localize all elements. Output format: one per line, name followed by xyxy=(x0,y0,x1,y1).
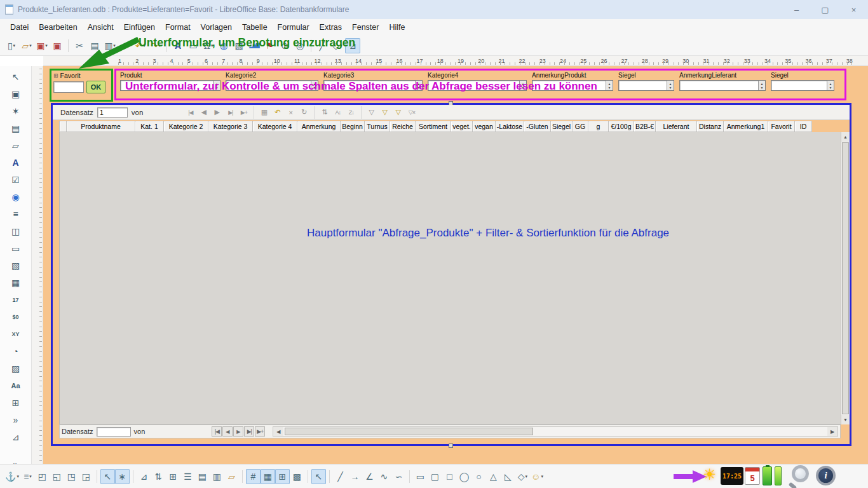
spin-field-value[interactable] xyxy=(324,81,415,90)
close-icon[interactable]: × xyxy=(839,0,868,19)
spin-field[interactable]: ▲▼ xyxy=(323,80,423,91)
spin-field-value[interactable] xyxy=(428,81,519,90)
scroll-right-icon[interactable]: ▶ xyxy=(827,427,837,436)
first-icon[interactable]: |◀ xyxy=(184,106,197,119)
time-field-icon[interactable]: ◔ xyxy=(8,343,24,359)
undo-icon[interactable]: ↶ xyxy=(271,106,284,119)
dropdown-arrow-icon[interactable]: ▾ xyxy=(541,474,543,479)
text-box-icon[interactable]: A xyxy=(8,154,24,170)
insert-image-icon[interactable]: ▧ xyxy=(231,38,247,53)
spinner-buttons-icon[interactable]: ▲▼ xyxy=(827,81,834,90)
form-properties-icon[interactable]: ▤ xyxy=(8,120,24,136)
info-icon[interactable]: i xyxy=(816,466,836,485)
grid-to-front-icon[interactable]: ▩ xyxy=(290,469,304,484)
navigation-bar-icon[interactable]: » xyxy=(8,412,24,428)
open-document-icon[interactable]: ▱▾ xyxy=(19,38,34,53)
magnifier-icon[interactable] xyxy=(788,464,813,488)
save-as-icon[interactable]: ▣ xyxy=(50,38,65,53)
to-foreground-icon[interactable]: ◳ xyxy=(64,469,79,484)
column-header[interactable]: g xyxy=(588,121,609,132)
column-header[interactable]: Kategorie 4 xyxy=(253,121,297,132)
scroll-up-icon[interactable]: ▲ xyxy=(841,132,850,142)
spin-field-value[interactable] xyxy=(619,81,667,90)
new-document-icon[interactable]: ▯▾ xyxy=(4,38,19,53)
square-icon[interactable]: □ xyxy=(442,469,457,484)
column-header[interactable]: Kategorie 2 xyxy=(164,121,208,132)
add-field-icon[interactable]: ⊞ xyxy=(166,469,180,484)
dropdown-arrow-icon[interactable]: ▾ xyxy=(17,474,19,479)
delete-record-icon[interactable]: × xyxy=(284,106,297,119)
bookmark-icon[interactable]: ⚑ xyxy=(262,38,277,53)
calendar-tray-icon[interactable]: 5 xyxy=(745,467,760,485)
scroll-left-icon[interactable]: ◀ xyxy=(273,427,283,436)
sort-asc-icon[interactable]: A↓ xyxy=(331,106,344,119)
select-pointer-icon[interactable]: ↖ xyxy=(311,469,326,484)
insert-chart-icon[interactable]: ▂▅▇ xyxy=(247,38,262,53)
menu-extras[interactable]: Extras xyxy=(315,20,347,34)
scrollbar-thumb[interactable] xyxy=(285,428,533,435)
column-header[interactable]: Favorit xyxy=(768,121,795,132)
dropdown-arrow-icon[interactable]: ▾ xyxy=(13,43,16,48)
pattern-field-icon[interactable]: XY xyxy=(8,326,24,342)
currency-field-icon[interactable]: $0 xyxy=(8,309,24,325)
push-button-icon[interactable]: ▭ xyxy=(8,240,24,256)
font-settings-icon[interactable]: Aa xyxy=(8,377,24,393)
column-header[interactable]: Anmerkung1 xyxy=(724,121,768,132)
spin-field[interactable]: ▲▼ xyxy=(532,80,613,91)
design-mode-toggle-icon[interactable]: ⊿ xyxy=(137,469,151,484)
rounded-rectangle-icon[interactable]: ▢ xyxy=(428,469,442,484)
horizontal-scrollbar[interactable]: ◀ ▶ xyxy=(273,426,838,437)
column-header[interactable]: Turnus xyxy=(365,121,390,132)
charge-level-icon[interactable] xyxy=(775,466,782,485)
spinner-buttons-icon[interactable]: ▲▼ xyxy=(758,81,765,90)
spin-field[interactable]: ▲▼ xyxy=(771,80,834,91)
send-to-back-icon[interactable]: ◱ xyxy=(50,469,64,484)
column-header[interactable]: -Laktose xyxy=(496,121,524,132)
apply-filter-icon[interactable]: ▽ xyxy=(378,106,391,119)
menu-ansicht[interactable]: Ansicht xyxy=(83,20,119,34)
date-field-icon[interactable]: ▦ xyxy=(8,274,24,290)
column-header[interactable]: Anmerkung xyxy=(297,121,341,132)
ok-button[interactable]: OK xyxy=(86,81,105,93)
column-header[interactable]: Kat. 1 xyxy=(135,121,164,132)
column-header[interactable]: B2B-€ xyxy=(634,121,656,132)
reset-filter-icon[interactable]: ▽× xyxy=(405,106,418,119)
column-header[interactable]: Reiche xyxy=(390,121,416,132)
last-icon[interactable]: ▶| xyxy=(244,426,254,437)
column-header[interactable]: Siegel xyxy=(551,121,573,132)
dropdown-arrow-icon[interactable]: ▾ xyxy=(144,43,146,48)
to-background-icon[interactable]: ◲ xyxy=(79,469,93,484)
curve-icon[interactable]: ∿ xyxy=(377,469,391,484)
maximize-icon[interactable]: ▢ xyxy=(811,0,839,19)
menu-hilfe[interactable]: Hilfe xyxy=(384,20,410,34)
menu-formular[interactable]: Formular xyxy=(273,20,315,34)
ellipse-icon[interactable]: ◯ xyxy=(457,469,471,484)
save-document-icon[interactable]: ▣▾ xyxy=(34,38,50,53)
favorit-input[interactable] xyxy=(53,81,84,93)
menu-format[interactable]: Format xyxy=(160,20,196,34)
menu-datei[interactable]: Datei xyxy=(5,20,34,34)
menu-tabelle[interactable]: Tabelle xyxy=(237,20,273,34)
spinner-buttons-icon[interactable]: ▲▼ xyxy=(311,81,318,90)
combo-box-icon[interactable]: ◫ xyxy=(8,223,24,239)
form-properties-icon[interactable]: ▤ xyxy=(195,469,210,484)
line-icon[interactable]: ╱ xyxy=(333,469,348,484)
spinner-buttons-icon[interactable]: ▲▼ xyxy=(415,81,422,90)
spin-field[interactable]: ▲▼ xyxy=(679,80,766,91)
previous-icon[interactable]: ◀ xyxy=(222,426,233,437)
column-header[interactable]: veget. xyxy=(451,121,473,132)
column-header[interactable]: Produktname xyxy=(67,121,135,132)
scroll-down-icon[interactable]: ▼ xyxy=(841,415,850,424)
spin-field[interactable]: ▲▼ xyxy=(428,80,527,91)
menu-fenster[interactable]: Fenster xyxy=(347,20,384,34)
table-control-icon[interactable]: ⊞ xyxy=(8,395,24,410)
column-header[interactable]: Distanz xyxy=(697,121,724,132)
sort-icon[interactable]: ⇅ xyxy=(318,106,331,119)
record-number-input[interactable] xyxy=(97,107,128,118)
column-header[interactable]: GG xyxy=(573,121,588,132)
spinner-buttons-icon[interactable]: ▲▼ xyxy=(213,81,220,90)
design-toggle-icon[interactable]: ⊿ xyxy=(8,429,24,445)
dropdown-arrow-icon[interactable]: ▾ xyxy=(159,43,161,48)
spin-field-value[interactable] xyxy=(121,81,213,90)
cut-icon[interactable]: ✂ xyxy=(72,38,87,53)
